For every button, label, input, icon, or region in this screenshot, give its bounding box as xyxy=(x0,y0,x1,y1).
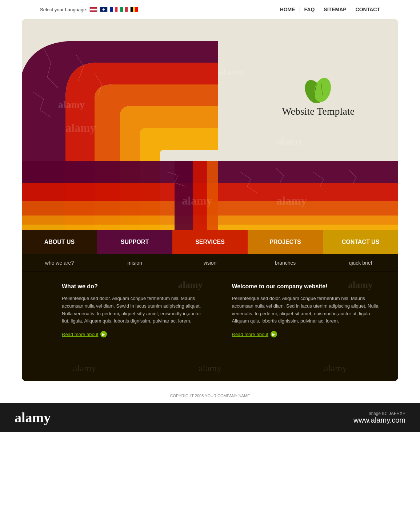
col2-heading: Welcome to our company website! xyxy=(232,283,380,290)
divider xyxy=(351,7,351,12)
svg-text:alamy: alamy xyxy=(65,121,96,134)
nav-services[interactable]: SERVICES xyxy=(172,230,248,254)
leaf-icon xyxy=(304,77,333,103)
nav-contact-us[interactable]: CONTACT US xyxy=(323,230,398,254)
read-more-btn-2[interactable]: ▶ xyxy=(271,331,277,337)
alamy-logo: alamy xyxy=(15,410,51,426)
flag-us[interactable] xyxy=(89,7,97,12)
content-col-1: alamy What we do? Pellentesque sed dolor… xyxy=(62,283,210,337)
footer-copyright: COPYRIGHT 2008 YOUR COMPANY NAME xyxy=(0,388,420,403)
divider xyxy=(300,7,300,12)
nav-projects[interactable]: PROJECTS xyxy=(248,230,323,254)
col1-text: Pellentesque sed dolor. Aliquam congue f… xyxy=(62,295,210,325)
subnav-quick-brief[interactable]: qiuck brief xyxy=(323,254,398,272)
divider xyxy=(319,7,319,12)
language-label: Select your Language: xyxy=(40,7,87,12)
subnav-vision[interactable]: vision xyxy=(172,254,248,272)
watermark-b2: alamy xyxy=(199,363,222,374)
hero-section: alamy alamy alamy Website Template alamy xyxy=(22,19,398,230)
watermark-b3: alamy xyxy=(324,363,347,374)
col1-read-more[interactable]: Read more about ▶ xyxy=(62,331,210,337)
site-title: Website Template xyxy=(282,106,355,117)
main-container: alamy alamy alamy Website Template alamy xyxy=(22,19,398,381)
col1-heading: What we do? xyxy=(62,283,210,290)
content-col-2: alamy Welcome to our company website! Pe… xyxy=(232,283,380,337)
col2-read-more[interactable]: Read more about ▶ xyxy=(232,331,380,337)
col2-text: Pellentesque sed dolor. Aliquam congue f… xyxy=(232,295,380,325)
nav-faq[interactable]: FAQ xyxy=(304,7,315,12)
nav-home[interactable]: HOME xyxy=(280,7,295,12)
alamy-info: Image ID: JAFHXP www.alamy.com xyxy=(353,411,405,424)
alamy-bar: alamy Image ID: JAFHXP www.alamy.com xyxy=(0,403,420,432)
logo-area: Website Template xyxy=(282,77,355,117)
image-id: Image ID: JAFHXP xyxy=(369,411,405,416)
subnav-branches[interactable]: branches xyxy=(248,254,323,272)
nav-contact[interactable]: CONTACT xyxy=(356,7,380,12)
nav-bar: ABOUT US SUPPORT SERVICES PROJECTS CONTA… xyxy=(22,230,398,254)
subnav-mision[interactable]: mision xyxy=(97,254,172,272)
svg-text:alamy: alamy xyxy=(182,194,212,207)
nav-support[interactable]: SUPPORT xyxy=(97,230,172,254)
alamy-url: www.alamy.com xyxy=(353,416,405,424)
nav-sitemap[interactable]: SITEMAP xyxy=(324,7,346,12)
flag-fr[interactable] xyxy=(110,7,118,12)
rainbow-art: alamy alamy alamy xyxy=(22,19,398,230)
content-section: alamy What we do? Pellentesque sed dolor… xyxy=(22,272,398,359)
flag-it[interactable] xyxy=(120,7,128,12)
subnav-who[interactable]: who we are? xyxy=(22,254,97,272)
svg-text:alamy: alamy xyxy=(276,194,307,207)
read-more-btn-1[interactable]: ▶ xyxy=(100,331,107,337)
flag-gb[interactable] xyxy=(100,7,108,12)
top-nav: HOME FAQ SITEMAP CONTACT xyxy=(280,7,380,12)
top-bar: Select your Language: HOME FAQ SITEMAP C… xyxy=(0,0,420,19)
nav-about-us[interactable]: ABOUT US xyxy=(22,230,97,254)
language-section: Select your Language: xyxy=(40,7,138,12)
watermark-b1: alamy xyxy=(73,363,96,374)
flag-be[interactable] xyxy=(130,7,138,12)
sub-nav: who we are? mision vision branches qiuck… xyxy=(22,254,398,272)
